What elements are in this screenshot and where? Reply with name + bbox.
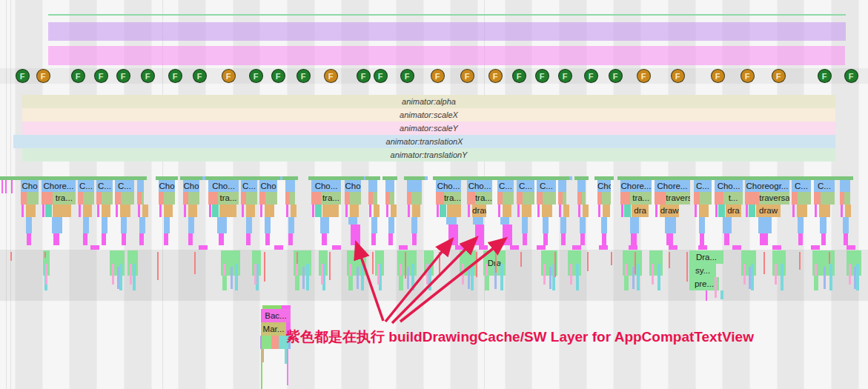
trace-slice[interactable] [288,233,293,245]
slice-traversal[interactable] [102,192,113,205]
frame-marker-badge-green[interactable]: F [818,69,832,83]
slice-choreographer[interactable]: Cho [345,180,361,192]
trace-slice[interactable] [821,233,826,245]
trace-slice[interactable] [321,264,323,285]
trace-slice[interactable] [781,264,783,290]
slice-choreographer[interactable]: Cho... [208,180,239,192]
slice-build-drawing-cache[interactable] [503,225,512,245]
frame-marker-badge-green[interactable]: F [584,69,598,83]
slice-choreographer[interactable]: C... [537,180,556,192]
trace-slice[interactable] [164,233,168,245]
trace-slice[interactable] [388,233,393,245]
slice-traversal[interactable] [798,192,811,205]
trace-slice[interactable] [549,267,551,289]
frame-marker-badge-green[interactable]: F [558,69,572,83]
trace-slice[interactable] [208,192,218,205]
slice-choreographer[interactable]: Cho [159,180,175,192]
trace-slice[interactable] [543,264,546,285]
trace-slice[interactable] [332,245,341,250]
slice-draw[interactable]: dra [632,205,649,217]
trace-slice[interactable] [348,276,353,290]
trace-slice[interactable] [311,192,321,205]
trace-slice[interactable] [295,276,299,290]
slice-choreographer[interactable]: C... [497,180,514,192]
slice-draw[interactable] [265,205,274,217]
animator-track-row[interactable]: animator:translationX [13,135,835,148]
trace-slice[interactable] [217,217,226,233]
slice-choreographer[interactable] [840,180,850,192]
slice-draw[interactable] [26,205,36,217]
animator-track-row[interactable]: animator:alpha [22,95,835,108]
frame-marker-badge-green[interactable]: F [249,69,263,83]
trace-slice[interactable] [523,233,527,245]
trace-slice[interactable] [287,349,288,385]
trace-slice[interactable] [26,217,32,233]
trace-slice[interactable] [485,276,489,290]
trace-slice[interactable] [52,217,62,233]
trace-slice[interactable] [718,205,725,217]
slice-traversal[interactable]: traversal [759,192,789,205]
trace-slice[interactable] [792,192,798,205]
trace-slice[interactable] [312,205,314,217]
trace-slice[interactable] [411,217,417,233]
slice-choreographer[interactable] [285,180,295,192]
slice-draw[interactable] [819,205,830,217]
slice-traversal[interactable] [373,192,377,205]
frame-marker-badge-amber[interactable]: F [772,69,786,83]
trace-slice[interactable] [138,205,140,217]
trace-slice[interactable] [811,245,820,250]
slice-choreographer[interactable]: C... [694,180,712,192]
slice-choreographer[interactable]: Cho [21,180,39,192]
trace-slice[interactable] [471,264,474,290]
frame-marker-badge-amber[interactable]: F [460,69,474,83]
trace-slice[interactable] [666,233,673,245]
frame-marker-badge-green[interactable]: F [271,69,285,83]
trace-slice[interactable] [698,245,707,250]
trace-slice[interactable] [322,233,327,245]
trace-slice[interactable] [242,205,244,217]
frame-marker-badge-amber[interactable]: F [637,69,651,83]
slice-draw[interactable]: draw [660,205,679,217]
slice-choreographer[interactable]: Cho [597,180,611,192]
trace-slice[interactable] [560,217,566,233]
slice-choreographer[interactable]: C... [792,180,811,192]
trace-slice[interactable] [792,205,795,217]
slice-traversal[interactable] [523,192,534,205]
slice-draw[interactable] [374,205,380,217]
trace-slice[interactable] [602,233,606,245]
slice-traversal[interactable] [83,192,94,205]
trace-slice[interactable] [45,205,52,217]
slice-traversal[interactable] [265,192,277,205]
trace-slice[interactable] [428,264,431,290]
trace-slice[interactable] [758,217,772,233]
slice-draw[interactable] [542,205,552,217]
slice-traversal[interactable] [27,192,39,205]
trace-slice[interactable] [315,205,322,217]
trace-slice[interactable] [119,264,122,290]
trace-slice[interactable] [522,217,528,233]
slice-choreographer[interactable]: Cho [183,180,199,192]
slice-draw[interactable] [699,205,709,217]
trace-slice[interactable] [288,217,294,233]
frame-marker-badge-green[interactable]: F [400,69,414,83]
trace-slice[interactable] [369,205,371,217]
trace-slice[interactable] [286,205,288,217]
trace-slice[interactable] [694,192,700,205]
trace-slice[interactable] [399,245,408,250]
trace-slice[interactable] [222,276,227,290]
trace-slice[interactable] [235,264,238,290]
slice-traversal[interactable] [700,192,712,205]
trace-slice[interactable] [720,290,723,299]
trace-slice[interactable] [700,233,704,245]
trace-slice[interactable] [399,276,403,290]
trace-slice[interactable] [760,233,768,245]
trace-slice[interactable] [139,233,144,245]
trace-slice[interactable] [630,217,640,233]
trace-slice[interactable] [306,264,309,290]
trace-slice[interactable] [345,192,350,205]
trace-slice[interactable] [133,264,136,290]
trace-slice[interactable] [620,192,630,205]
trace-slice[interactable] [479,245,488,250]
trace-slice[interactable] [841,205,843,217]
trace-slice[interactable] [27,233,31,245]
